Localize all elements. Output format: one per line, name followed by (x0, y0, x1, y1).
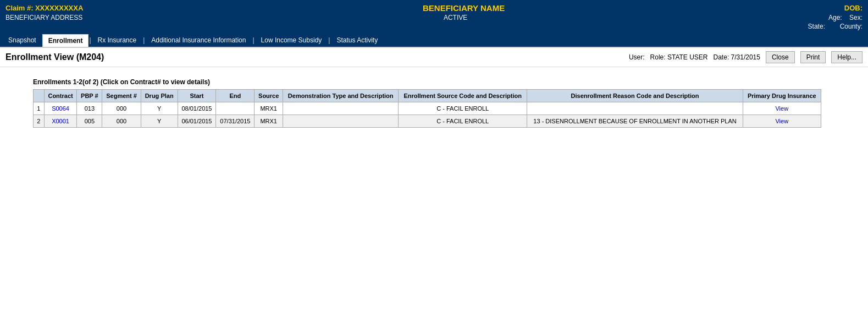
cell-row-num: 2 (34, 115, 45, 128)
date-label: Date: 7/31/2015 (714, 53, 760, 61)
col-disenrollment-reason: Disenrollment Reason Code and Descriptio… (527, 90, 743, 102)
cell-disenrollment-reason: 13 - DISENROLLMENT BECAUSE OF ENROLLMENT… (527, 115, 743, 128)
cell-enrollment-source-code: C - FACIL ENROLL (399, 102, 527, 115)
table-row: 1S0064013000Y08/01/2015MRX1C - FACIL ENR… (34, 102, 821, 115)
cell-contract[interactable]: X0001 (44, 115, 77, 128)
claim-info: Claim #: XXXXXXXXXA (5, 4, 83, 12)
claim-label: Claim #: (5, 4, 34, 12)
col-start: Start (178, 90, 216, 102)
col-contract: Contract (44, 90, 77, 102)
cell-primary-drug-insurance[interactable]: View (743, 102, 821, 115)
age-label: Age: (828, 14, 842, 21)
cell-segment: 000 (102, 115, 141, 128)
toolbar: Enrollment View (M204) User: Role: STATE… (0, 48, 868, 67)
tab-status-activity[interactable]: Status Activity (330, 34, 384, 47)
help-button[interactable]: Help... (831, 51, 863, 63)
page-title: Enrollment View (M204) (5, 52, 104, 62)
col-primary-drug-insurance: Primary Drug Insurance (743, 90, 821, 102)
cell-end (216, 102, 255, 115)
cell-source: MRX1 (255, 102, 283, 115)
sex-label: Sex: (849, 14, 863, 21)
cell-start: 06/01/2015 (178, 115, 216, 128)
header: Claim #: XXXXXXXXXA BENEFICIARY NAME DOB… (0, 0, 868, 34)
cell-end: 07/31/2015 (216, 115, 255, 128)
state-county: State: County: (808, 23, 863, 30)
table-row: 2X0001005000Y06/01/201507/31/2015MRX1C -… (34, 115, 821, 128)
col-drug-plan: Drug Plan (141, 90, 178, 102)
cell-row-num: 1 (34, 102, 45, 115)
beneficiary-name: BENEFICIARY NAME (83, 3, 844, 13)
cell-pbp: 005 (77, 115, 102, 128)
tab-rx-insurance[interactable]: Rx Insurance (92, 34, 143, 47)
col-row-num (34, 90, 45, 102)
col-enrollment-source-code: Enrollment Source Code and Description (399, 90, 527, 102)
cell-start: 08/01/2015 (178, 102, 216, 115)
beneficiary-address: BENEFICIARY ADDRESS (5, 14, 82, 21)
cell-drug-plan: Y (141, 115, 178, 128)
cell-demo-type (283, 115, 399, 128)
col-pbp: PBP # (77, 90, 102, 102)
cell-drug-plan: Y (141, 102, 178, 115)
col-source: Source (255, 90, 283, 102)
active-status: ACTIVE (82, 14, 828, 21)
toolbar-right: User: Role: STATE USER Date: 7/31/2015 C… (629, 51, 863, 63)
enrollments-table: Contract PBP # Segment # Drug Plan Start… (33, 89, 821, 128)
col-segment: Segment # (102, 90, 141, 102)
county-label: County: (840, 23, 863, 30)
dob-section: DOB: (844, 4, 863, 12)
enrollments-header: Enrollments 1-2(of 2) (Click on Contract… (33, 78, 863, 86)
tab-additional-insurance[interactable]: Additional Insurance Information (145, 34, 252, 47)
tab-enrollment[interactable]: Enrollment (42, 34, 89, 47)
cell-pbp: 013 (77, 102, 102, 115)
cell-demo-type (283, 102, 399, 115)
tab-low-income-subsidy[interactable]: Low Income Subsidy (255, 34, 328, 47)
nav-tabs: Snapshot Enrollment | Rx Insurance | Add… (0, 34, 868, 48)
col-end: End (216, 90, 255, 102)
user-label: User: (629, 53, 645, 61)
state-label: State: (808, 23, 825, 30)
print-button[interactable]: Print (800, 51, 826, 63)
cell-disenrollment-reason (527, 102, 743, 115)
role-label: Role: STATE USER (650, 53, 708, 61)
age-sex-section: Age: Sex: (828, 14, 863, 21)
cell-source: MRX1 (255, 115, 283, 128)
cell-enrollment-source-code: C - FACIL ENROLL (399, 115, 527, 128)
cell-contract[interactable]: S0064 (44, 102, 77, 115)
col-demo-type: Demonstration Type and Description (283, 90, 399, 102)
cell-primary-drug-insurance[interactable]: View (743, 115, 821, 128)
content: Enrollments 1-2(of 2) (Click on Contract… (0, 67, 868, 133)
tab-snapshot[interactable]: Snapshot (2, 34, 42, 47)
claim-number: XXXXXXXXXA (35, 4, 83, 12)
cell-segment: 000 (102, 102, 141, 115)
close-button[interactable]: Close (766, 51, 795, 63)
